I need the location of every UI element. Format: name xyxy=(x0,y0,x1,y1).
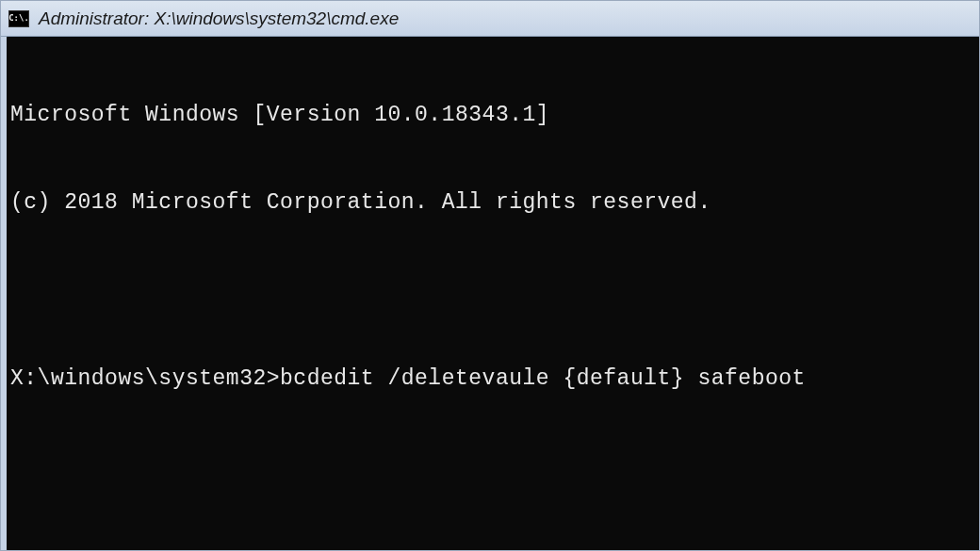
terminal-command-input[interactable]: bcdedit /deletevaule {default} safeboot xyxy=(280,365,806,394)
window-title: Administrator: X:\windows\system32\cmd.e… xyxy=(39,8,399,29)
terminal-body[interactable]: Microsoft Windows [Version 10.0.18343.1]… xyxy=(1,37,979,550)
terminal-prompt-line: X:\windows\system32>bcdedit /deletevaule… xyxy=(10,365,975,394)
terminal-blank-line xyxy=(10,276,975,305)
cmd-icon: C:\. xyxy=(8,10,29,27)
cmd-window: C:\. Administrator: X:\windows\system32\… xyxy=(0,0,980,551)
terminal-prompt: X:\windows\system32> xyxy=(10,365,280,394)
cmd-icon-label: C:\. xyxy=(8,14,29,23)
terminal-output-line: Microsoft Windows [Version 10.0.18343.1] xyxy=(10,101,975,130)
terminal-output-line: (c) 2018 Microsoft Corporation. All righ… xyxy=(10,188,975,218)
titlebar[interactable]: C:\. Administrator: X:\windows\system32\… xyxy=(1,1,979,37)
